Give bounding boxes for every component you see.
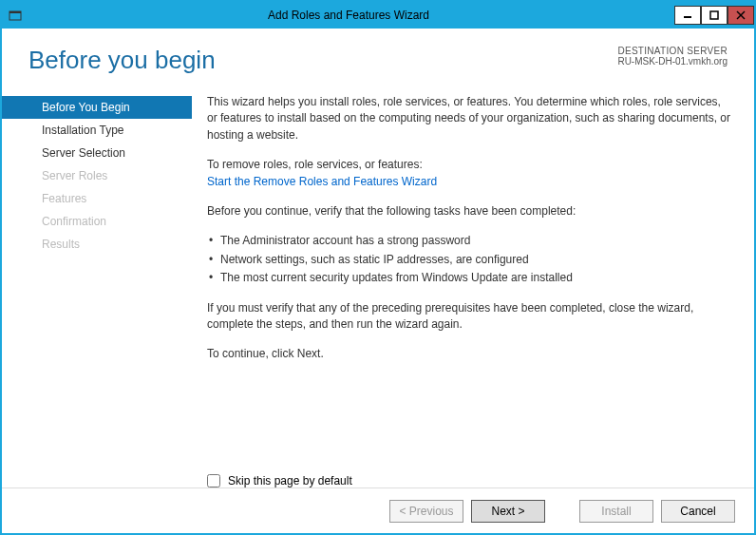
maximize-button[interactable]: [701, 6, 728, 25]
destination-value: RU-MSK-DH-01.vmkh.org: [617, 56, 728, 67]
next-button[interactable]: Next >: [471, 500, 545, 523]
window-controls: [674, 6, 754, 25]
must-verify-text: If you must verify that any of the prece…: [207, 300, 731, 334]
nav-features: Features: [2, 187, 192, 210]
prerequisite-list: The Administrator account has a strong p…: [207, 233, 731, 286]
nav-server-roles: Server Roles: [2, 164, 192, 187]
nav-server-selection[interactable]: Server Selection: [2, 142, 192, 164]
remove-roles-link[interactable]: Start the Remove Roles and Features Wiza…: [207, 175, 437, 188]
continue-hint: To continue, click Next.: [207, 346, 731, 362]
list-item: The Administrator account has a strong p…: [207, 233, 731, 249]
nav-results: Results: [2, 233, 192, 256]
install-button: Install: [579, 500, 653, 523]
nav-installation-type[interactable]: Installation Type: [2, 119, 192, 142]
sidebar: Before You Begin Installation Type Serve…: [2, 94, 192, 436]
previous-button: < Previous: [389, 500, 463, 523]
nav-confirmation: Confirmation: [2, 210, 192, 233]
svg-rect-3: [710, 11, 718, 19]
page-title: Before you begin: [28, 46, 216, 75]
wizard-window: Add Roles and Features Wizard Before you…: [0, 0, 756, 535]
window-title: Add Roles and Features Wizard: [23, 9, 674, 22]
main-area: Before you begin DESTINATION SERVER RU-M…: [2, 29, 754, 533]
close-button[interactable]: [728, 6, 754, 25]
titlebar: Add Roles and Features Wizard: [2, 2, 754, 29]
destination-label: DESTINATION SERVER: [617, 46, 728, 56]
minimize-button[interactable]: [674, 6, 701, 25]
skip-label: Skip this page by default: [228, 474, 352, 487]
nav-before-you-begin[interactable]: Before You Begin: [2, 96, 192, 119]
body: Before You Begin Installation Type Serve…: [2, 85, 754, 436]
svg-rect-1: [9, 11, 21, 13]
intro-text: This wizard helps you install roles, rol…: [207, 94, 731, 143]
list-item: Network settings, such as static IP addr…: [207, 252, 731, 268]
remove-label: To remove roles, role services, or featu…: [207, 157, 731, 173]
skip-row: Skip this page by default: [207, 474, 754, 487]
app-icon: [8, 8, 23, 23]
footer: < Previous Next > Install Cancel: [2, 487, 754, 533]
list-item: The most current security updates from W…: [207, 270, 731, 286]
cancel-button[interactable]: Cancel: [661, 500, 735, 523]
content-panel: This wizard helps you install roles, rol…: [192, 94, 731, 436]
destination-server: DESTINATION SERVER RU-MSK-DH-01.vmkh.org: [617, 46, 728, 67]
verify-intro: Before you continue, verify that the fol…: [207, 203, 731, 220]
header: Before you begin DESTINATION SERVER RU-M…: [2, 29, 754, 85]
skip-checkbox[interactable]: [207, 474, 220, 487]
